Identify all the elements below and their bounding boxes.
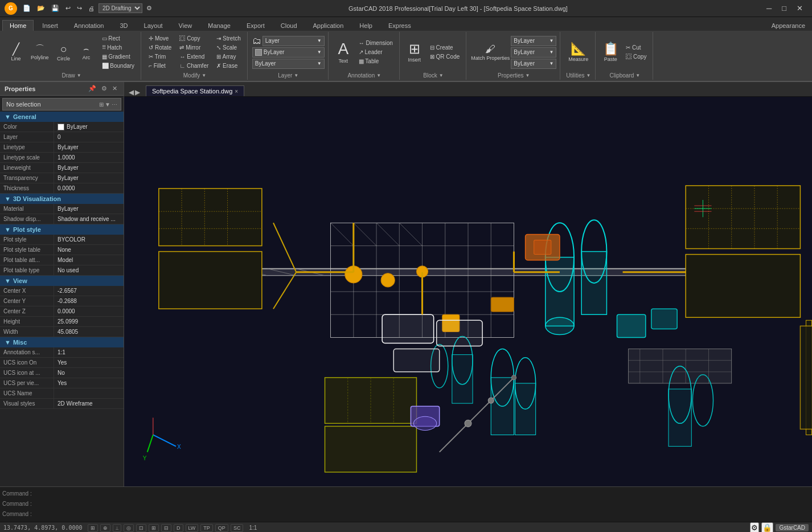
qp-btn[interactable]: QP [215, 524, 228, 532]
prop-plot-style[interactable]: Plot style BYCOLOR [0, 235, 124, 245]
prop-center-z[interactable]: Center Z 0.0000 [0, 306, 124, 317]
copy-tool[interactable]: ⿴ Copy [177, 34, 211, 43]
tab-view[interactable]: View [171, 20, 200, 31]
stretch-tool[interactable]: ⇥ Stretch [214, 34, 243, 43]
prop-shadow[interactable]: Shadow disp... Shadow and receive ... [0, 214, 124, 224]
tab-manage[interactable]: Manage [200, 20, 238, 31]
section-misc[interactable]: ▼ Misc [0, 337, 124, 347]
create-block-tool[interactable]: ⊟ Create [427, 43, 462, 52]
prop-annotation-s[interactable]: Annotation s... 1:1 [0, 347, 124, 358]
workspace-dropdown[interactable]: 2D Drafting [99, 3, 142, 13]
properties-settings-btn[interactable]: ⚙ [100, 84, 109, 93]
section-plot-style[interactable]: ▼ Plot style [0, 224, 124, 235]
draw-group-label[interactable]: Draw ▼ [6, 71, 137, 79]
fillet-tool[interactable]: ⌐ Fillet [146, 62, 174, 70]
tab-annotation[interactable]: Annotation [67, 20, 112, 31]
boundary-tool[interactable]: ⬜ Boundary [99, 62, 138, 70]
rectangle-tool[interactable]: ▭ Rect [99, 34, 138, 43]
chamfer-tool[interactable]: ∟ Chamfer [177, 62, 211, 70]
qat-redo[interactable]: ↪ [75, 3, 84, 13]
layer-group-label[interactable]: Layer ▼ [252, 71, 325, 79]
insert-tool[interactable]: ⊞ Insert [404, 41, 425, 64]
qat-new[interactable]: 📄 [20, 3, 33, 13]
annotation-group-label[interactable]: Annotation ▼ [333, 71, 396, 79]
dyn-btn[interactable]: D [174, 524, 183, 532]
workspace-btn[interactable]: ⚙ [750, 522, 759, 532]
canvas-prev-btn[interactable]: ◀ [129, 88, 134, 96]
canvas-next-btn[interactable]: ▶ [135, 88, 140, 96]
circle-tool[interactable]: ○ Circle [54, 42, 74, 63]
tab-express[interactable]: Express [381, 20, 419, 31]
cut-tool[interactable]: ✂ Cut [623, 43, 649, 52]
leader-tool[interactable]: ↗ Leader [356, 48, 396, 56]
tab-application[interactable]: Application [306, 20, 351, 31]
layer-color-dropdown[interactable]: ByLayer [252, 47, 325, 58]
clipboard-group-label[interactable]: Clipboard ▼ [600, 71, 649, 79]
line-tool[interactable]: ╱ Line [6, 42, 26, 63]
layer-linetype-dropdown[interactable]: ByLayer [252, 59, 325, 69]
close-button[interactable]: ✕ [792, 3, 807, 14]
prop-lineweight[interactable]: Lineweight ByLayer [0, 163, 124, 173]
prop-plot-style-table[interactable]: Plot style table None [0, 245, 124, 255]
prop-plot-table-type[interactable]: Plot table type No used [0, 265, 124, 276]
prop-visual-styles[interactable]: Visual styles 2D Wireframe [0, 399, 124, 409]
copy-clip-tool[interactable]: ⿴ Copy [623, 52, 649, 61]
properties-pin-btn[interactable]: 📌 [87, 84, 98, 93]
prop-center-x[interactable]: Center X -2.6567 [0, 286, 124, 296]
lw-btn[interactable]: LW [186, 524, 199, 532]
lineweight-dropdown[interactable]: ByLayer [511, 59, 556, 69]
measure-tool[interactable]: 📐 Measure [566, 42, 590, 63]
prop-plot-table-att[interactable]: Plot table att... Model [0, 255, 124, 265]
qr-code-tool[interactable]: ⊠ QR Code [427, 52, 462, 61]
prop-ucs-per-view[interactable]: UCS per vie... Yes [0, 378, 124, 388]
layer-dropdown[interactable]: Layer [263, 36, 325, 46]
snap-grid-btn[interactable]: ⊞ [88, 524, 98, 532]
rotate-tool[interactable]: ↺ Rotate [146, 43, 174, 52]
prop-ucs-icon-on[interactable]: UCS icon On Yes [0, 358, 124, 368]
tab-3d[interactable]: 3D [112, 20, 135, 31]
prop-center-y[interactable]: Center Y -0.2688 [0, 296, 124, 306]
ortho-btn[interactable]: ⟂ [113, 524, 121, 532]
erase-tool[interactable]: ✗ Erase [214, 62, 243, 70]
tab-layout[interactable]: Layout [137, 20, 170, 31]
prop-linetype-scale[interactable]: Linetype scale 1.0000 [0, 153, 124, 163]
section-view[interactable]: ▼ View [0, 276, 124, 286]
app-logo[interactable]: G [5, 2, 17, 15]
utilities-group-label[interactable]: Utilities ▼ [565, 71, 592, 79]
select-filter-btn[interactable]: ▼ [105, 101, 110, 108]
prop-layer[interactable]: Layer 0 [0, 132, 124, 142]
osnap-btn[interactable]: ⊡ [136, 524, 146, 532]
table-tool[interactable]: ▦ Table [356, 57, 396, 66]
prop-color[interactable]: Color ByLayer [0, 122, 124, 132]
color-dropdown[interactable]: ByLayer [511, 36, 556, 46]
lock-btn[interactable]: 🔒 [761, 522, 773, 532]
tab-cloud[interactable]: Cloud [273, 20, 305, 31]
mirror-tool[interactable]: ⇌ Mirror [177, 43, 211, 52]
prop-transparency[interactable]: Transparency ByLayer [0, 173, 124, 183]
properties-group-label[interactable]: Properties ▼ [471, 71, 556, 79]
tab-home[interactable]: Home [2, 20, 34, 31]
paste-tool[interactable]: 📋 Paste [600, 42, 621, 63]
extend-tool[interactable]: ↔ Extend [177, 52, 211, 61]
block-group-label[interactable]: Block ▼ [404, 71, 462, 79]
otrack-btn[interactable]: ⊞ [149, 524, 159, 532]
section-general[interactable]: ▼ General [0, 112, 124, 122]
qat-print[interactable]: 🖨 [86, 4, 97, 13]
tab-help[interactable]: Help [352, 20, 380, 31]
text-tool[interactable]: A Text [333, 40, 354, 65]
properties-close-btn[interactable]: ✕ [110, 84, 119, 93]
maximize-button[interactable]: □ [777, 3, 791, 14]
trim-tool[interactable]: ✂ Trim [146, 52, 174, 61]
prop-width[interactable]: Width 45.0805 [0, 327, 124, 337]
prop-height[interactable]: Height 25.0999 [0, 317, 124, 327]
prop-ucs-icon-at[interactable]: UCS icon at ... No [0, 368, 124, 378]
prop-linetype[interactable]: Linetype ByLayer [0, 142, 124, 153]
appearance-button[interactable]: Appearance [765, 21, 812, 31]
selection-dropdown[interactable]: No selection ⊞ ▼ ⋯ [2, 98, 121, 111]
polar-btn[interactable]: ◎ [124, 524, 134, 532]
gradient-tool[interactable]: ▦ Gradient [99, 52, 138, 61]
tab-insert[interactable]: Insert [35, 20, 65, 31]
select-all-btn[interactable]: ⊞ [99, 101, 104, 108]
command-input-1[interactable] [39, 490, 810, 497]
section-3d-viz[interactable]: ▼ 3D Visualization [0, 194, 124, 204]
